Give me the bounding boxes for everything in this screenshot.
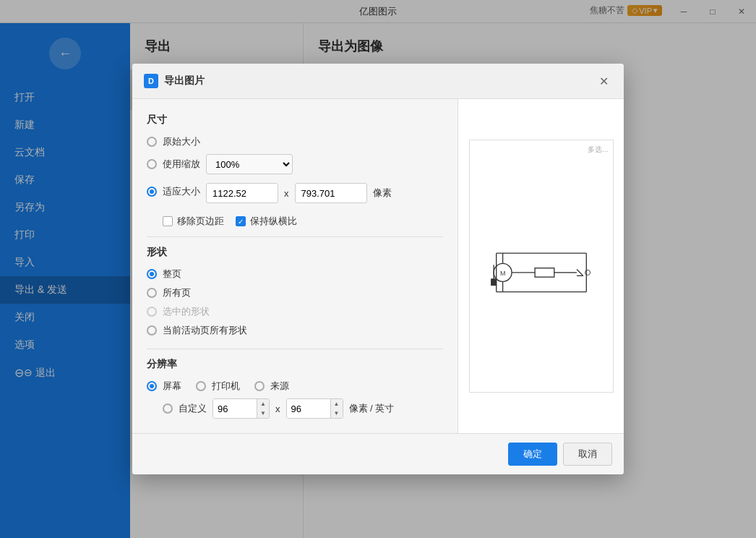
dpi-y-up[interactable]: ▲ <box>331 399 343 409</box>
radio-custom-btn <box>163 404 173 414</box>
radio-source-btn <box>254 381 265 391</box>
dpi-x-spin: ▲ ▼ <box>257 399 269 418</box>
radio-selected-btn <box>147 307 157 317</box>
radio-selected-shapes[interactable]: 选中的形状 <box>147 305 443 318</box>
dialog-title: D 导出图片 <box>144 74 205 88</box>
resolution-section-title: 分辨率 <box>147 358 443 371</box>
zoom-select[interactable]: 100% 50% 150% 200% <box>206 154 293 174</box>
cancel-button[interactable]: 取消 <box>563 443 612 466</box>
width-input[interactable] <box>206 183 278 203</box>
svg-text:M: M <box>499 270 504 277</box>
radio-full-page-btn <box>147 269 157 279</box>
svg-point-14 <box>585 270 590 275</box>
dpi-x-input[interactable] <box>213 399 257 418</box>
radio-full-page[interactable]: 整页 <box>147 268 443 281</box>
dpi-y-input[interactable] <box>287 399 330 418</box>
size-radio-group: 原始大小 使用缩放 100% 50% 150% 200% <box>147 135 443 203</box>
preview-canvas: 多选... M <box>469 140 614 393</box>
divider-1 <box>147 236 443 237</box>
dpi-x-input-wrap: ▲ ▼ <box>212 398 270 419</box>
radio-custom-dpi[interactable]: 自定义 <box>163 402 207 415</box>
size-checkboxes: 移除页边距 ✓ 保持纵横比 <box>163 215 443 228</box>
size-inputs-row: x 像素 <box>206 183 392 203</box>
height-input[interactable] <box>295 183 367 203</box>
dialog-main: 尺寸 原始大小 使用缩放 100% 50% 150% <box>132 99 458 433</box>
radio-current-page-btn <box>147 325 157 336</box>
preview-drawing: M <box>470 140 613 392</box>
radio-source[interactable]: 来源 <box>254 380 289 393</box>
export-image-dialog: D 导出图片 ✕ 尺寸 原始大小 <box>132 64 624 474</box>
dialog-title-icon: D <box>144 74 158 88</box>
keep-ratio-checkbox[interactable]: ✓ 保持纵横比 <box>236 215 297 228</box>
dpi-x-up[interactable]: ▲ <box>257 399 269 409</box>
svg-line-6 <box>576 269 583 276</box>
radio-zoom-btn <box>147 159 157 169</box>
radio-zoom[interactable]: 使用缩放 100% 50% 150% 200% <box>147 154 443 174</box>
radio-fit-btn <box>147 187 157 197</box>
size-unit-label: 像素 <box>373 187 392 200</box>
radio-all-pages[interactable]: 所有页 <box>147 286 443 299</box>
svg-rect-13 <box>491 279 496 286</box>
radio-printer-btn <box>196 381 206 391</box>
custom-dpi-row: 自定义 ▲ ▼ x ▲ ▼ <box>163 398 443 419</box>
dpi-unit-label: 像素 / 英寸 <box>349 402 395 415</box>
shape-radio-group: 整页 所有页 选中的形状 当前活动页所有形状 <box>147 268 443 337</box>
dialog-header: D 导出图片 ✕ <box>132 64 624 99</box>
radio-current-page-shapes[interactable]: 当前活动页所有形状 <box>147 324 443 337</box>
svg-rect-4 <box>535 268 554 277</box>
dpi-x-separator: x <box>275 404 280 414</box>
radio-original-btn <box>147 137 157 147</box>
confirm-button[interactable]: 确定 <box>508 443 557 466</box>
remove-margin-checkbox[interactable]: 移除页边距 <box>163 215 224 228</box>
dialog-overlay: D 导出图片 ✕ 尺寸 原始大小 <box>0 0 756 538</box>
size-section-title: 尺寸 <box>147 114 443 127</box>
dialog-preview: 多选... M <box>458 99 624 433</box>
remove-margin-box <box>163 216 173 226</box>
resolution-radio-group: 屏幕 打印机 来源 <box>147 380 443 393</box>
radio-screen-btn <box>147 381 157 391</box>
divider-2 <box>147 349 443 349</box>
radio-all-pages-btn <box>147 288 157 298</box>
radio-fit-size[interactable]: 适应大小 x 像素 <box>147 180 443 203</box>
dpi-y-down[interactable]: ▼ <box>331 409 343 418</box>
dpi-y-input-wrap: ▲ ▼ <box>286 398 343 419</box>
radio-screen[interactable]: 屏幕 <box>147 380 181 393</box>
shape-section-title: 形状 <box>147 246 443 259</box>
dpi-x-down[interactable]: ▼ <box>257 409 269 418</box>
dialog-body: 尺寸 原始大小 使用缩放 100% 50% 150% <box>132 99 624 433</box>
radio-original-size[interactable]: 原始大小 <box>147 135 443 148</box>
preview-label: 多选... <box>588 145 608 155</box>
keep-ratio-box: ✓ <box>236 216 246 226</box>
dialog-footer: 确定 取消 <box>132 433 624 474</box>
dpi-y-spin: ▲ ▼ <box>330 399 343 418</box>
radio-printer[interactable]: 打印机 <box>196 380 240 393</box>
dialog-close-button[interactable]: ✕ <box>595 72 612 90</box>
